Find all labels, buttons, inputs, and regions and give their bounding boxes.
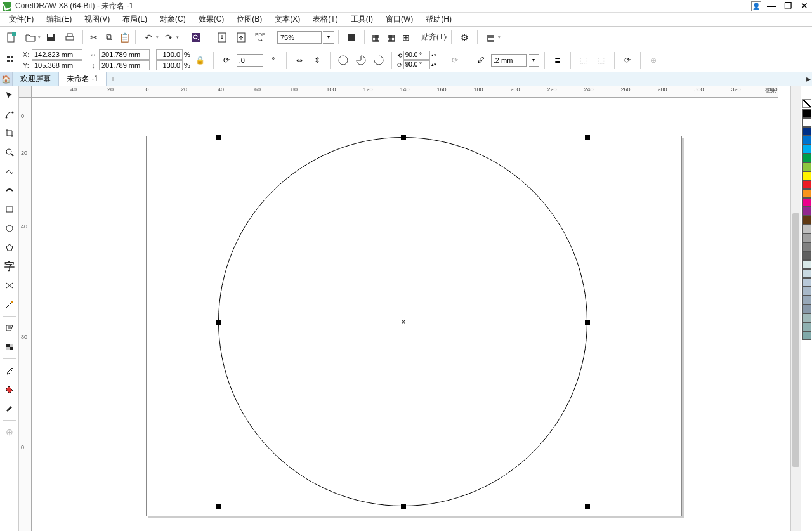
outline-dropdown-button[interactable]: ▾ bbox=[529, 54, 539, 67]
menu-effects[interactable]: 效果(C) bbox=[192, 14, 231, 25]
menu-file[interactable]: 文件(F) bbox=[3, 14, 40, 25]
color-swatch-3[interactable] bbox=[802, 136, 811, 145]
arc-end-input[interactable]: 90.0 ° bbox=[403, 60, 430, 69]
color-swatch-7[interactable] bbox=[802, 171, 811, 180]
outline-width-input[interactable] bbox=[491, 54, 527, 67]
color-swatch-1[interactable] bbox=[802, 118, 811, 127]
cut-button[interactable]: ✂ bbox=[87, 29, 101, 46]
lock-ratio-button[interactable]: 🔒 bbox=[193, 53, 208, 68]
color-swatch-25[interactable] bbox=[802, 331, 811, 340]
menu-text[interactable]: 文本(X) bbox=[268, 14, 306, 25]
snap-dropdown-icon[interactable]: ▾ bbox=[445, 35, 447, 40]
color-swatch-12[interactable] bbox=[802, 216, 811, 225]
tab-overflow-icon[interactable]: ▸ bbox=[806, 74, 811, 84]
home-tab-icon[interactable]: 🏠 bbox=[0, 72, 13, 86]
menu-view[interactable]: 视图(V) bbox=[78, 14, 116, 25]
menu-window[interactable]: 窗口(W) bbox=[379, 14, 419, 25]
handle-center[interactable]: × bbox=[401, 320, 406, 325]
artistic-media-tool[interactable] bbox=[2, 183, 17, 198]
color-swatch-18[interactable] bbox=[802, 269, 811, 278]
menu-help[interactable]: 帮助(H) bbox=[419, 14, 458, 25]
dimension-tool[interactable] bbox=[2, 297, 17, 312]
pdf-button[interactable]: PDF↪ bbox=[251, 29, 269, 46]
print-button[interactable] bbox=[61, 29, 79, 46]
eyedropper-tool[interactable] bbox=[2, 363, 17, 378]
color-swatch-13[interactable] bbox=[802, 225, 811, 233]
horizontal-ruler[interactable]: 40 20 0 20 40 60 80 100 120 140 160 180 … bbox=[32, 86, 778, 98]
handle-sw[interactable] bbox=[216, 504, 221, 509]
x-input[interactable]: 142.823 mm bbox=[32, 49, 82, 60]
menu-table[interactable]: 表格(T) bbox=[306, 14, 344, 25]
tab-document[interactable]: 未命名 -1 bbox=[59, 72, 107, 86]
color-swatch-20[interactable] bbox=[802, 287, 811, 296]
menu-edit[interactable]: 编辑(E) bbox=[40, 14, 78, 25]
zoom-dropdown-button[interactable]: ▾ bbox=[323, 31, 334, 44]
color-swatch-21[interactable] bbox=[802, 296, 811, 305]
scale-x-input[interactable]: 100.0 bbox=[156, 49, 183, 60]
undo-button[interactable]: ↶ bbox=[140, 29, 157, 46]
ruler-origin[interactable] bbox=[19, 86, 32, 98]
menu-object[interactable]: 对象(C) bbox=[154, 14, 192, 25]
color-swatch-10[interactable] bbox=[802, 198, 811, 207]
wrap-text-button[interactable]: ≣ bbox=[550, 53, 565, 68]
front-minus-back-button[interactable]: ⬚ bbox=[576, 53, 591, 68]
canvas-area[interactable]: 40 20 0 20 40 60 80 100 120 140 160 180 … bbox=[19, 86, 790, 531]
color-swatch-23[interactable] bbox=[802, 313, 811, 322]
launch-dropdown-icon[interactable]: ▾ bbox=[498, 35, 501, 40]
open-dropdown-icon[interactable]: ▾ bbox=[38, 35, 41, 40]
color-swatch-8[interactable] bbox=[802, 180, 811, 189]
crop-tool[interactable] bbox=[2, 126, 17, 141]
quick-customize-button[interactable]: ⊕ bbox=[646, 53, 661, 68]
rectangle-tool[interactable] bbox=[2, 202, 17, 217]
ellipse-tool[interactable] bbox=[2, 221, 17, 236]
zoom-input[interactable] bbox=[277, 31, 322, 44]
undo-dropdown-icon[interactable]: ▾ bbox=[156, 35, 159, 40]
color-swatch-0[interactable] bbox=[802, 109, 811, 118]
pie-type-button[interactable] bbox=[353, 53, 369, 68]
copy-button[interactable]: ⧉ bbox=[102, 29, 116, 46]
show-guides-button[interactable]: ⊞ bbox=[399, 29, 413, 46]
launch-button[interactable]: ▤ bbox=[481, 29, 499, 46]
menu-tools[interactable]: 工具(I) bbox=[344, 14, 379, 25]
show-rulers-button[interactable]: ▦ bbox=[369, 29, 383, 46]
vertical-ruler[interactable]: 0 20 40 80 0 bbox=[19, 98, 32, 531]
vertical-scrollbar[interactable] bbox=[790, 86, 801, 531]
close-button[interactable]: ✕ bbox=[799, 1, 809, 11]
height-input[interactable]: 201.789 mm bbox=[99, 60, 150, 70]
open-button[interactable] bbox=[22, 29, 39, 46]
pick-tool[interactable] bbox=[2, 88, 17, 103]
paste-button[interactable]: 📋 bbox=[117, 29, 131, 46]
handle-s[interactable] bbox=[401, 504, 406, 509]
zoom-tool[interactable] bbox=[2, 145, 17, 160]
export-button[interactable] bbox=[232, 29, 250, 46]
show-grid-button[interactable]: ▦ bbox=[384, 29, 398, 46]
handle-n[interactable] bbox=[401, 135, 406, 140]
mirror-v-button[interactable]: ⇕ bbox=[310, 53, 325, 68]
add-tab-button[interactable]: + bbox=[107, 72, 119, 86]
arc-type-button[interactable] bbox=[371, 53, 386, 68]
color-swatch-4[interactable] bbox=[802, 145, 811, 154]
color-swatch-22[interactable] bbox=[802, 305, 811, 313]
minimize-button[interactable]: — bbox=[766, 1, 776, 11]
menu-layout[interactable]: 布局(L) bbox=[116, 14, 154, 25]
maximize-button[interactable]: ❐ bbox=[783, 1, 793, 11]
color-swatch-14[interactable] bbox=[802, 233, 811, 242]
text-tool[interactable]: 字 bbox=[2, 259, 17, 274]
color-swatch-17[interactable] bbox=[802, 260, 811, 269]
convert-to-curves-button[interactable]: ⟳ bbox=[620, 53, 635, 68]
handle-se[interactable] bbox=[585, 504, 590, 509]
color-swatch-19[interactable] bbox=[802, 278, 811, 287]
fullscreen-preview-button[interactable] bbox=[343, 29, 360, 46]
back-minus-front-button[interactable]: ⬚ bbox=[594, 53, 609, 68]
new-button[interactable] bbox=[3, 29, 20, 46]
handle-e[interactable] bbox=[585, 320, 590, 325]
color-swatch-6[interactable] bbox=[802, 162, 811, 171]
handle-ne[interactable] bbox=[585, 135, 590, 140]
smart-fill-tool[interactable] bbox=[2, 401, 17, 416]
table-tool[interactable] bbox=[2, 278, 17, 293]
user-account-icon[interactable]: 👤 bbox=[751, 1, 761, 11]
arc-start-input[interactable]: 90.0 ° bbox=[403, 51, 430, 60]
shape-tool[interactable] bbox=[2, 107, 17, 122]
save-button[interactable] bbox=[42, 29, 60, 46]
drawing-canvas[interactable]: × bbox=[32, 98, 778, 531]
